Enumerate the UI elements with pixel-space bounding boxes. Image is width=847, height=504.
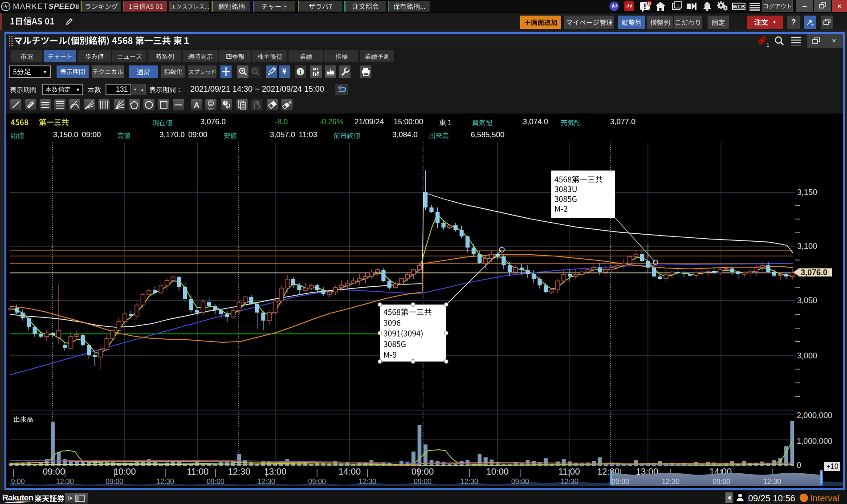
svg-text:3,100: 3,100 (797, 242, 817, 251)
svg-text:11:00: 11:00 (187, 467, 209, 476)
svg-text:09:00: 09:00 (207, 478, 224, 485)
svg-text:12:30: 12:30 (156, 478, 174, 485)
svg-text:09:00: 09:00 (511, 478, 529, 485)
svg-text:12:30: 12:30 (763, 478, 781, 485)
svg-text:09:00: 09:00 (308, 478, 326, 485)
svg-text:14:00: 14:00 (338, 467, 361, 476)
svg-text:A: A (194, 101, 199, 110)
svg-text:3,000: 3,000 (797, 351, 817, 360)
svg-text:MY: MY (313, 67, 319, 71)
svg-text:12:30: 12:30 (257, 478, 275, 485)
svg-text:1,000,000: 1,000,000 (797, 437, 832, 446)
svg-text:09:00: 09:00 (713, 478, 730, 485)
svg-text:1: 1 (766, 42, 769, 47)
svg-text:11:00: 11:00 (558, 467, 580, 476)
svg-text:+: + (676, 2, 680, 8)
svg-text:icon: icon (208, 107, 214, 110)
svg-text:12:30: 12:30 (561, 478, 578, 485)
svg-text:12:30: 12:30 (460, 478, 478, 485)
svg-text:12:30: 12:30 (662, 478, 680, 485)
svg-text:09:00: 09:00 (106, 478, 123, 485)
svg-text:N: N (648, 1, 651, 6)
svg-text:10:00: 10:00 (486, 467, 509, 476)
svg-text:3,050: 3,050 (797, 296, 817, 305)
svg-text:09:00: 09:00 (411, 467, 434, 476)
svg-text:A: A (289, 100, 292, 105)
svg-text:09:00: 09:00 (611, 478, 629, 485)
svg-text:0: 0 (797, 461, 801, 470)
svg-text:2,000,000: 2,000,000 (797, 411, 832, 420)
svg-text:13:00: 13:00 (264, 467, 286, 476)
svg-text:09:00: 09:00 (414, 478, 432, 485)
svg-text:+10: +10 (826, 463, 838, 470)
svg-text:3,076.0: 3,076.0 (801, 268, 827, 277)
svg-text:9:00: 9:00 (11, 478, 24, 485)
svg-text:10:00: 10:00 (114, 467, 136, 476)
svg-text:12:30: 12:30 (56, 478, 74, 485)
svg-text:12:30: 12:30 (358, 478, 376, 485)
svg-text:09:00: 09:00 (43, 467, 65, 476)
svg-text:3,150: 3,150 (797, 188, 817, 197)
svg-text:12:30: 12:30 (228, 467, 250, 476)
